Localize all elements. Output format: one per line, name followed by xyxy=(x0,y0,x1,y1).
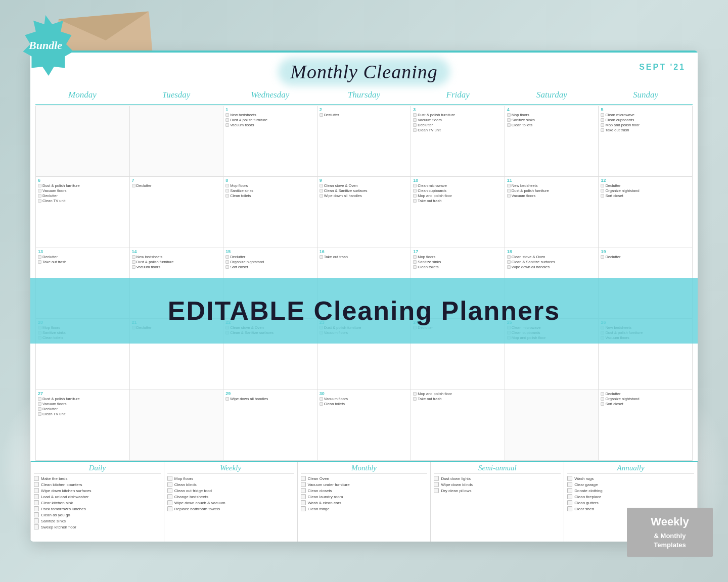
task-checkbox[interactable] xyxy=(38,402,41,406)
task-checkbox[interactable] xyxy=(38,260,41,264)
task-checkbox[interactable] xyxy=(413,255,417,259)
task-checkbox[interactable] xyxy=(225,194,229,198)
task-checkbox[interactable] xyxy=(320,194,323,198)
task-checkbox[interactable] xyxy=(225,123,229,127)
task-checkbox[interactable] xyxy=(38,255,41,259)
task-checkbox[interactable] xyxy=(413,260,417,264)
task-checkbox[interactable] xyxy=(507,184,511,187)
task-checkbox[interactable] xyxy=(38,184,41,187)
task-row: Clean stove & Oven xyxy=(320,183,409,188)
task-checkbox[interactable] xyxy=(601,128,604,132)
task-checkbox[interactable] xyxy=(225,260,229,264)
task-checkbox[interactable] xyxy=(601,113,604,117)
task-checkbox[interactable] xyxy=(507,255,511,259)
task-checkbox[interactable] xyxy=(132,265,135,269)
task-checkbox[interactable] xyxy=(413,265,417,269)
task-checkbox[interactable] xyxy=(507,189,511,192)
checklist-checkbox[interactable] xyxy=(34,500,39,505)
task-checkbox[interactable] xyxy=(601,255,604,259)
task-checkbox[interactable] xyxy=(413,189,417,192)
task-checkbox[interactable] xyxy=(507,260,511,264)
checklist-checkbox[interactable] xyxy=(34,482,39,487)
checklist-checkbox[interactable] xyxy=(34,488,39,493)
task-checkbox[interactable] xyxy=(225,184,229,187)
checklist-checkbox[interactable] xyxy=(167,506,172,511)
task-text: Declutter xyxy=(42,193,58,198)
checklist-checkbox[interactable] xyxy=(567,482,572,487)
checklist-checkbox[interactable] xyxy=(34,512,39,517)
task-checkbox[interactable] xyxy=(320,402,323,406)
task-checkbox[interactable] xyxy=(601,397,604,401)
task-checkbox[interactable] xyxy=(132,255,135,259)
task-checkbox[interactable] xyxy=(38,412,41,416)
task-checkbox[interactable] xyxy=(38,189,41,192)
task-checkbox[interactable] xyxy=(38,199,41,203)
checklist-checkbox[interactable] xyxy=(567,476,572,481)
task-row: Mop and polish floor xyxy=(413,193,503,198)
task-checkbox[interactable] xyxy=(413,123,417,127)
task-checkbox[interactable] xyxy=(38,397,41,401)
checklist-checkbox[interactable] xyxy=(34,494,39,499)
checklist-checkbox[interactable] xyxy=(567,494,572,499)
checklist-checkbox[interactable] xyxy=(167,476,172,481)
task-checkbox[interactable] xyxy=(38,407,41,411)
task-checkbox[interactable] xyxy=(132,184,135,187)
task-checkbox[interactable] xyxy=(38,194,41,198)
task-checkbox[interactable] xyxy=(601,402,604,406)
task-checkbox[interactable] xyxy=(225,265,229,269)
task-row: Take out trash xyxy=(38,260,127,264)
task-checkbox[interactable] xyxy=(413,392,417,396)
task-checkbox[interactable] xyxy=(225,189,229,192)
checklist-checkbox[interactable] xyxy=(567,506,572,511)
task-checkbox[interactable] xyxy=(413,199,417,203)
task-checkbox[interactable] xyxy=(225,255,229,259)
task-checkbox[interactable] xyxy=(601,184,604,187)
checklist-checkbox[interactable] xyxy=(34,506,39,511)
checklist-checkbox[interactable] xyxy=(34,518,39,523)
checklist-checkbox[interactable] xyxy=(434,482,439,487)
task-checkbox[interactable] xyxy=(413,397,417,401)
checklist-checkbox[interactable] xyxy=(301,488,306,493)
task-checkbox[interactable] xyxy=(320,113,323,117)
checklist-checkbox[interactable] xyxy=(167,494,172,499)
task-checkbox[interactable] xyxy=(413,194,417,198)
checklist-label: Clean gutters xyxy=(574,501,599,505)
task-checkbox[interactable] xyxy=(413,113,417,117)
task-checkbox[interactable] xyxy=(601,189,604,192)
task-checkbox[interactable] xyxy=(320,397,323,401)
checklist-checkbox[interactable] xyxy=(34,476,39,481)
task-checkbox[interactable] xyxy=(320,255,323,259)
task-checkbox[interactable] xyxy=(507,194,511,198)
task-checkbox[interactable] xyxy=(507,265,511,269)
task-checkbox[interactable] xyxy=(601,194,604,198)
task-checkbox[interactable] xyxy=(225,118,229,122)
checklist-checkbox[interactable] xyxy=(34,524,39,529)
checklist-checkbox[interactable] xyxy=(301,494,306,499)
task-checkbox[interactable] xyxy=(507,118,511,122)
checklist-checkbox[interactable] xyxy=(434,476,439,481)
checklist-checkbox[interactable] xyxy=(301,506,306,511)
task-checkbox[interactable] xyxy=(225,397,229,401)
task-checkbox[interactable] xyxy=(413,118,417,122)
checklist-checkbox[interactable] xyxy=(567,488,572,493)
task-checkbox[interactable] xyxy=(507,113,511,117)
task-checkbox[interactable] xyxy=(132,260,135,264)
task-row: Mop floors xyxy=(507,113,597,117)
task-checkbox[interactable] xyxy=(320,189,323,192)
checklist-checkbox[interactable] xyxy=(301,476,306,481)
checklist-checkbox[interactable] xyxy=(301,500,306,505)
task-checkbox[interactable] xyxy=(225,113,229,117)
checklist-checkbox[interactable] xyxy=(434,488,439,493)
checklist-checkbox[interactable] xyxy=(167,488,172,493)
task-checkbox[interactable] xyxy=(413,184,417,187)
task-checkbox[interactable] xyxy=(507,123,511,127)
task-checkbox[interactable] xyxy=(601,392,604,396)
checklist-checkbox[interactable] xyxy=(301,482,306,487)
task-checkbox[interactable] xyxy=(320,184,323,187)
task-checkbox[interactable] xyxy=(601,123,604,127)
checklist-checkbox[interactable] xyxy=(167,482,172,487)
checklist-checkbox[interactable] xyxy=(167,500,172,505)
task-checkbox[interactable] xyxy=(601,118,604,122)
task-checkbox[interactable] xyxy=(413,128,417,132)
checklist-checkbox[interactable] xyxy=(567,500,572,505)
